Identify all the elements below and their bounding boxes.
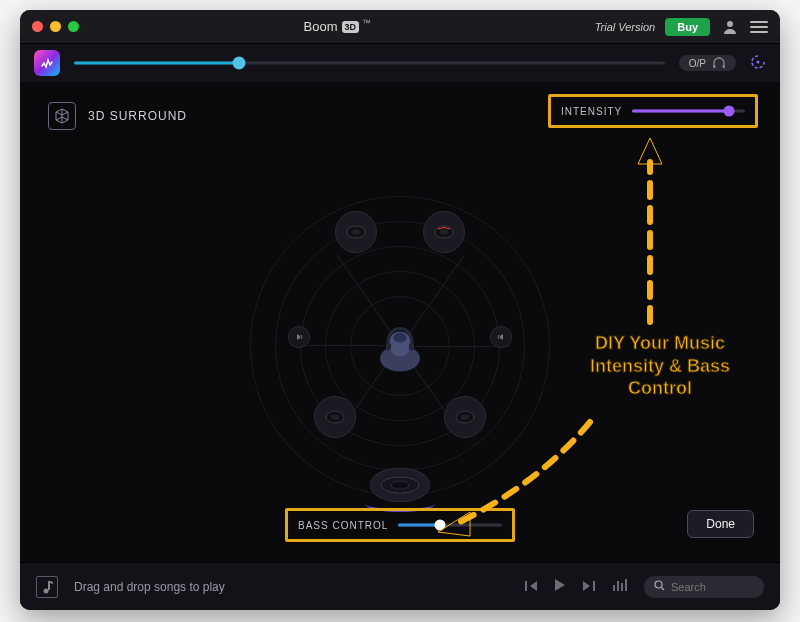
toolbar: O/P: [20, 44, 780, 82]
svg-point-7: [440, 229, 448, 234]
svg-line-26: [662, 588, 665, 591]
speaker-front-left[interactable]: [335, 211, 377, 253]
app-name: Boom: [304, 19, 338, 34]
equalizer-icon[interactable]: [612, 578, 628, 596]
play-button[interactable]: [554, 578, 566, 596]
trial-version-label: Trial Version: [595, 21, 656, 33]
annotation-text: DIY Your Music Intensity & Bass Control: [580, 332, 740, 400]
bass-slider[interactable]: [398, 519, 502, 531]
svg-rect-13: [386, 343, 391, 351]
intensity-slider[interactable]: [632, 105, 745, 117]
svg-point-0: [727, 21, 733, 27]
svg-rect-1: [713, 65, 716, 68]
titlebar-right: Trial Version Buy: [595, 17, 768, 37]
svg-point-25: [655, 581, 662, 588]
intensity-thumb[interactable]: [724, 106, 735, 117]
maximize-window-button[interactable]: [68, 21, 79, 32]
output-label: O/P: [689, 58, 706, 69]
bass-thumb[interactable]: [434, 520, 445, 531]
footer: Drag and drop songs to play: [20, 562, 780, 610]
search-icon: [654, 580, 665, 593]
speaker-front-right[interactable]: [423, 211, 465, 253]
bass-control-highlighted: BASS CONTROL: [285, 508, 515, 542]
music-note-icon[interactable]: [36, 576, 58, 598]
speaker-side-left[interactable]: [288, 326, 310, 348]
content-area: 3D SURROUND INTENSITY: [20, 82, 780, 562]
svg-rect-24: [625, 579, 627, 591]
svg-rect-14: [409, 343, 414, 351]
app-suffix-badge: 3D: [342, 21, 360, 33]
slider-thumb[interactable]: [233, 57, 246, 70]
search-input[interactable]: [671, 581, 751, 593]
refresh-icon[interactable]: [750, 54, 766, 73]
app-title: Boom 3D ™: [79, 19, 595, 34]
slider-fill: [74, 62, 239, 65]
subwoofer[interactable]: [370, 468, 430, 502]
menu-icon[interactable]: [750, 21, 768, 33]
mode-label: 3D SURROUND: [88, 109, 187, 123]
trademark-symbol: ™: [362, 18, 371, 28]
prev-track-button[interactable]: [524, 578, 538, 596]
search-field[interactable]: [644, 576, 764, 598]
titlebar: Boom 3D ™ Trial Version Buy: [20, 10, 780, 44]
footer-hint: Drag and drop songs to play: [74, 580, 508, 594]
boom-logo-icon[interactable]: [34, 50, 60, 76]
svg-rect-23: [621, 583, 623, 591]
done-button[interactable]: Done: [687, 510, 754, 538]
speaker-rear-right[interactable]: [444, 396, 486, 438]
cube-3d-icon[interactable]: [48, 102, 76, 130]
listener-avatar-icon: [375, 319, 425, 374]
svg-rect-19: [48, 581, 50, 590]
svg-rect-21: [613, 585, 615, 591]
svg-point-9: [331, 414, 339, 419]
speaker-rear-left[interactable]: [314, 396, 356, 438]
main-volume-slider[interactable]: [74, 56, 665, 70]
buy-button[interactable]: Buy: [665, 18, 710, 36]
svg-rect-22: [617, 581, 619, 591]
close-window-button[interactable]: [32, 21, 43, 32]
svg-point-5: [352, 229, 360, 234]
surround-visualization: [250, 196, 550, 496]
svg-point-16: [391, 481, 409, 489]
annotation-arrow-up: [630, 132, 670, 332]
svg-point-3: [757, 60, 760, 63]
bass-label: BASS CONTROL: [298, 520, 388, 531]
intensity-control-highlighted: INTENSITY: [548, 94, 758, 128]
next-track-button[interactable]: [582, 578, 596, 596]
app-window: Boom 3D ™ Trial Version Buy O/P: [20, 10, 780, 610]
svg-rect-2: [723, 65, 726, 68]
speaker-side-right[interactable]: [490, 326, 512, 348]
minimize-window-button[interactable]: [50, 21, 61, 32]
account-icon[interactable]: [720, 17, 740, 37]
transport-controls: [524, 578, 596, 596]
svg-marker-17: [638, 138, 662, 164]
svg-point-11: [461, 414, 469, 419]
output-selector[interactable]: O/P: [679, 55, 736, 71]
svg-point-20: [44, 588, 49, 593]
intensity-label: INTENSITY: [561, 106, 622, 117]
headphones-icon: [712, 57, 726, 69]
window-controls: [32, 21, 79, 32]
